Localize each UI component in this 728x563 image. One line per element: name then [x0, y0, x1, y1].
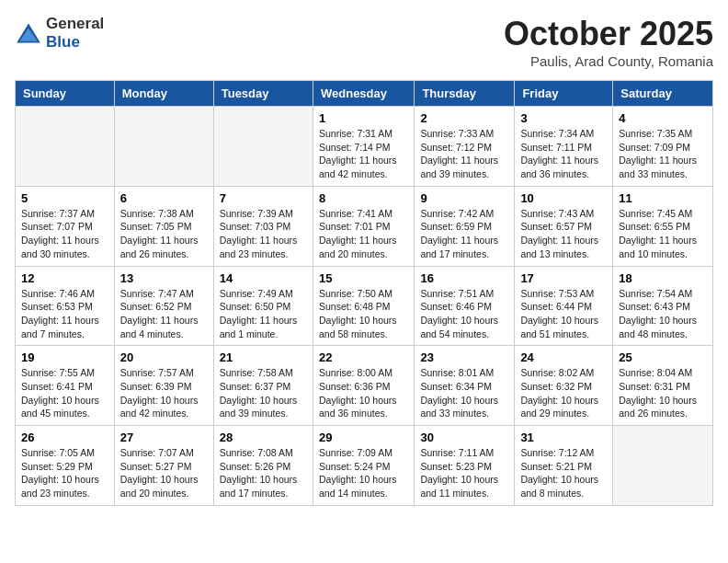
weekday-header: Sunday	[16, 81, 115, 107]
day-number: 28	[220, 431, 307, 444]
day-info: Sunrise: 7:51 AM Sunset: 6:46 PM Dayligh…	[420, 287, 508, 341]
day-number: 22	[319, 350, 408, 364]
day-info: Sunrise: 7:41 AM Sunset: 7:01 PM Dayligh…	[319, 207, 408, 261]
calendar-cell: 1Sunrise: 7:31 AM Sunset: 7:14 PM Daylig…	[313, 107, 414, 187]
calendar-cell: 15Sunrise: 7:50 AM Sunset: 6:48 PM Dayli…	[313, 266, 414, 346]
calendar-cell	[16, 107, 115, 187]
day-info: Sunrise: 7:38 AM Sunset: 7:05 PM Dayligh…	[120, 207, 208, 261]
calendar-cell: 5Sunrise: 7:37 AM Sunset: 7:07 PM Daylig…	[16, 186, 115, 266]
day-number: 24	[520, 350, 607, 364]
day-info: Sunrise: 7:54 AM Sunset: 6:43 PM Dayligh…	[619, 287, 707, 341]
calendar-table: SundayMondayTuesdayWednesdayThursdayFrid…	[15, 80, 713, 506]
day-info: Sunrise: 7:34 AM Sunset: 7:11 PM Dayligh…	[520, 127, 607, 181]
day-info: Sunrise: 7:08 AM Sunset: 5:26 PM Dayligh…	[220, 446, 307, 500]
calendar-cell: 9Sunrise: 7:42 AM Sunset: 6:59 PM Daylig…	[415, 186, 515, 266]
calendar-week-row: 26Sunrise: 7:05 AM Sunset: 5:29 PM Dayli…	[16, 426, 713, 506]
day-info: Sunrise: 7:45 AM Sunset: 6:55 PM Dayligh…	[619, 207, 707, 261]
day-info: Sunrise: 7:35 AM Sunset: 7:09 PM Dayligh…	[619, 127, 707, 181]
calendar-cell: 30Sunrise: 7:11 AM Sunset: 5:23 PM Dayli…	[415, 426, 515, 506]
day-info: Sunrise: 7:58 AM Sunset: 6:37 PM Dayligh…	[220, 366, 307, 420]
calendar-cell: 19Sunrise: 7:55 AM Sunset: 6:41 PM Dayli…	[16, 346, 115, 426]
weekday-header: Tuesday	[213, 81, 313, 107]
day-number: 21	[220, 350, 307, 364]
calendar-cell: 8Sunrise: 7:41 AM Sunset: 7:01 PM Daylig…	[313, 186, 414, 266]
day-number: 23	[420, 350, 508, 364]
calendar-cell: 21Sunrise: 7:58 AM Sunset: 6:37 PM Dayli…	[213, 346, 313, 426]
day-number: 29	[319, 431, 408, 444]
day-number: 7	[220, 191, 307, 205]
day-number: 15	[319, 271, 408, 285]
calendar-week-row: 5Sunrise: 7:37 AM Sunset: 7:07 PM Daylig…	[16, 186, 713, 266]
day-info: Sunrise: 8:04 AM Sunset: 6:31 PM Dayligh…	[619, 366, 707, 420]
day-number: 20	[120, 350, 208, 364]
day-number: 12	[21, 271, 108, 285]
calendar-cell: 3Sunrise: 7:34 AM Sunset: 7:11 PM Daylig…	[515, 107, 613, 187]
calendar-cell: 4Sunrise: 7:35 AM Sunset: 7:09 PM Daylig…	[613, 107, 713, 187]
day-number: 9	[420, 191, 508, 205]
calendar-cell	[114, 107, 213, 187]
calendar-cell: 12Sunrise: 7:46 AM Sunset: 6:53 PM Dayli…	[16, 266, 115, 346]
day-number: 2	[420, 111, 508, 125]
day-number: 14	[220, 271, 307, 285]
weekday-header: Friday	[515, 81, 613, 107]
day-info: Sunrise: 7:37 AM Sunset: 7:07 PM Dayligh…	[21, 207, 108, 261]
day-info: Sunrise: 7:50 AM Sunset: 6:48 PM Dayligh…	[319, 287, 408, 341]
day-number: 18	[619, 271, 707, 285]
calendar-cell: 26Sunrise: 7:05 AM Sunset: 5:29 PM Dayli…	[16, 426, 115, 506]
weekday-header: Monday	[114, 81, 213, 107]
calendar-cell: 2Sunrise: 7:33 AM Sunset: 7:12 PM Daylig…	[415, 107, 515, 187]
calendar-cell: 22Sunrise: 8:00 AM Sunset: 6:36 PM Dayli…	[313, 346, 414, 426]
day-number: 3	[520, 111, 607, 125]
day-number: 25	[619, 350, 707, 364]
day-info: Sunrise: 7:11 AM Sunset: 5:23 PM Dayligh…	[420, 446, 508, 500]
day-number: 5	[21, 191, 108, 205]
day-number: 30	[420, 431, 508, 444]
weekday-header: Saturday	[613, 81, 713, 107]
day-info: Sunrise: 7:09 AM Sunset: 5:24 PM Dayligh…	[319, 446, 408, 500]
day-info: Sunrise: 8:01 AM Sunset: 6:34 PM Dayligh…	[420, 366, 508, 420]
logo-general: General	[46, 15, 104, 32]
title-block: October 2025 Paulis, Arad County, Romani…	[504, 15, 713, 69]
calendar-cell: 20Sunrise: 7:57 AM Sunset: 6:39 PM Dayli…	[114, 346, 213, 426]
day-info: Sunrise: 8:02 AM Sunset: 6:32 PM Dayligh…	[520, 366, 607, 420]
day-info: Sunrise: 7:42 AM Sunset: 6:59 PM Dayligh…	[420, 207, 508, 261]
calendar-cell: 13Sunrise: 7:47 AM Sunset: 6:52 PM Dayli…	[114, 266, 213, 346]
calendar-cell: 14Sunrise: 7:49 AM Sunset: 6:50 PM Dayli…	[213, 266, 313, 346]
page-header: General Blue October 2025 Paulis, Arad C…	[15, 15, 713, 69]
calendar-cell: 24Sunrise: 8:02 AM Sunset: 6:32 PM Dayli…	[515, 346, 613, 426]
day-number: 10	[520, 191, 607, 205]
day-number: 8	[319, 191, 408, 205]
day-info: Sunrise: 7:55 AM Sunset: 6:41 PM Dayligh…	[21, 366, 108, 420]
day-number: 6	[120, 191, 208, 205]
calendar-cell: 18Sunrise: 7:54 AM Sunset: 6:43 PM Dayli…	[613, 266, 713, 346]
day-number: 16	[420, 271, 508, 285]
day-info: Sunrise: 7:39 AM Sunset: 7:03 PM Dayligh…	[220, 207, 307, 261]
day-info: Sunrise: 7:57 AM Sunset: 6:39 PM Dayligh…	[120, 366, 208, 420]
calendar-cell: 29Sunrise: 7:09 AM Sunset: 5:24 PM Dayli…	[313, 426, 414, 506]
day-info: Sunrise: 7:47 AM Sunset: 6:52 PM Dayligh…	[120, 287, 208, 341]
day-info: Sunrise: 7:49 AM Sunset: 6:50 PM Dayligh…	[220, 287, 307, 341]
day-info: Sunrise: 7:43 AM Sunset: 6:57 PM Dayligh…	[520, 207, 607, 261]
logo-icon	[15, 22, 42, 44]
calendar-cell: 31Sunrise: 7:12 AM Sunset: 5:21 PM Dayli…	[515, 426, 613, 506]
day-info: Sunrise: 8:00 AM Sunset: 6:36 PM Dayligh…	[319, 366, 408, 420]
day-info: Sunrise: 7:46 AM Sunset: 6:53 PM Dayligh…	[21, 287, 108, 341]
calendar-cell: 28Sunrise: 7:08 AM Sunset: 5:26 PM Dayli…	[213, 426, 313, 506]
day-info: Sunrise: 7:05 AM Sunset: 5:29 PM Dayligh…	[21, 446, 108, 500]
day-number: 11	[619, 191, 707, 205]
day-number: 17	[520, 271, 607, 285]
weekday-header: Wednesday	[313, 81, 414, 107]
logo: General Blue	[15, 15, 104, 52]
day-number: 19	[21, 350, 108, 364]
calendar-cell: 11Sunrise: 7:45 AM Sunset: 6:55 PM Dayli…	[613, 186, 713, 266]
weekday-header: Thursday	[415, 81, 515, 107]
calendar-cell: 27Sunrise: 7:07 AM Sunset: 5:27 PM Dayli…	[114, 426, 213, 506]
day-number: 4	[619, 111, 707, 125]
calendar-cell: 10Sunrise: 7:43 AM Sunset: 6:57 PM Dayli…	[515, 186, 613, 266]
calendar-cell: 16Sunrise: 7:51 AM Sunset: 6:46 PM Dayli…	[415, 266, 515, 346]
day-info: Sunrise: 7:12 AM Sunset: 5:21 PM Dayligh…	[520, 446, 607, 500]
logo-blue: Blue	[46, 33, 80, 51]
day-info: Sunrise: 7:53 AM Sunset: 6:44 PM Dayligh…	[520, 287, 607, 341]
calendar-week-row: 1Sunrise: 7:31 AM Sunset: 7:14 PM Daylig…	[16, 107, 713, 187]
calendar-week-row: 19Sunrise: 7:55 AM Sunset: 6:41 PM Dayli…	[16, 346, 713, 426]
